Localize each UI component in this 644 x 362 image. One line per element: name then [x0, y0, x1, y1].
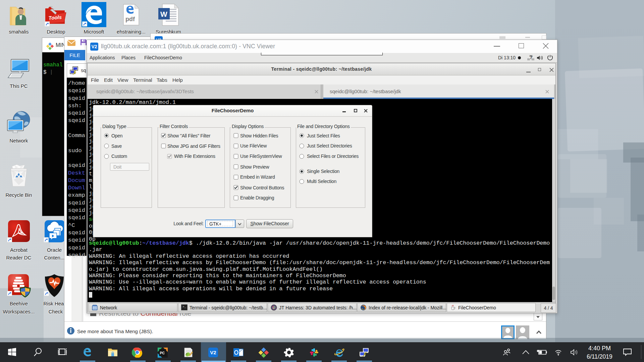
svg-text:W: W — [160, 10, 167, 18]
svg-text:PC: PC — [160, 351, 165, 355]
svg-text:Tools: Tools — [48, 14, 62, 21]
svg-text:pdf: pdf — [125, 16, 135, 22]
